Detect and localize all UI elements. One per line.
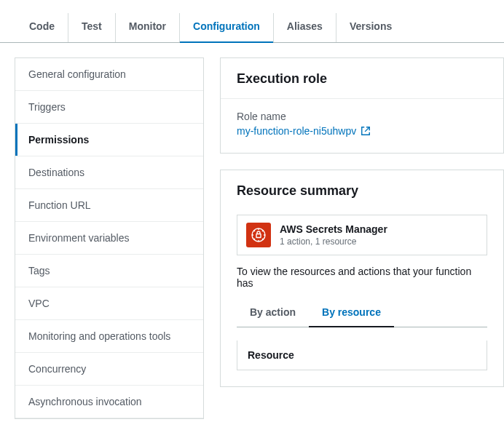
sidebar-item-label: Function URL [28,199,91,211]
sidebar-item-environment-variables[interactable]: Environment variables [15,222,203,255]
sidebar-item-label: VPC [28,298,50,309]
tab-aliases[interactable]: Aliases [274,13,336,42]
tab-label: Aliases [287,20,323,32]
execution-role-title: Execution role [221,58,503,98]
resource-summary-panel: Resource summary [220,170,504,387]
sidebar-item-function-url[interactable]: Function URL [15,189,203,222]
sidebar-item-vpc[interactable]: VPC [15,287,203,320]
tab-label: Code [29,20,55,32]
resource-summary-title: Resource summary [221,170,503,210]
role-name-link[interactable]: my-function-role-ni5uhwpv [237,125,487,137]
sub-tab-label: By resource [322,306,381,318]
tab-monitor[interactable]: Monitor [116,13,180,42]
sub-tab-by-action[interactable]: By action [237,299,309,327]
content-area: Execution role Role name my-function-rol… [204,57,504,419]
sidebar-item-label: General configuration [28,68,126,80]
svg-rect-1 [256,234,261,238]
sidebar-item-label: Concurrency [28,363,86,375]
tab-code[interactable]: Code [15,13,68,42]
sidebar-item-label: Monitoring and operations tools [28,330,170,342]
sidebar-item-destinations[interactable]: Destinations [15,156,203,189]
sidebar-item-asynchronous-invocation[interactable]: Asynchronous invocation [15,386,203,418]
external-link-icon [361,126,371,136]
sidebar-item-permissions[interactable]: Permissions [15,124,203,156]
service-meta: 1 action, 1 resource [280,236,387,247]
tab-configuration[interactable]: Configuration [180,13,274,42]
svg-line-8 [262,231,264,232]
role-link-text: my-function-role-ni5uhwpv [237,125,356,137]
resource-sub-tabs: By action By resource [237,299,487,327]
resource-summary-description: To view the resources and actions that y… [237,266,487,289]
sidebar-item-label: Asynchronous invocation [28,396,142,407]
sidebar-item-concurrency[interactable]: Concurrency [15,353,203,386]
tab-label: Versions [350,20,392,32]
main-area: General configuration Triggers Permissio… [0,43,504,419]
sub-tab-by-resource[interactable]: By resource [309,299,394,327]
svg-line-7 [262,239,264,240]
role-name-label: Role name [237,111,487,122]
sidebar-item-label: Permissions [28,134,89,146]
sidebar-item-general-configuration[interactable]: General configuration [15,58,203,91]
top-tabs: Code Test Monitor Configuration Aliases … [0,0,504,43]
sidebar-item-label: Triggers [28,101,66,113]
resource-table-header: Resource [237,341,487,370]
secrets-manager-icon [246,223,271,247]
tab-versions[interactable]: Versions [336,13,405,42]
tab-test[interactable]: Test [68,13,116,42]
execution-role-panel: Execution role Role name my-function-rol… [220,57,504,154]
sidebar-item-label: Tags [28,265,50,276]
tab-label: Test [82,20,102,32]
sub-tab-label: By action [250,306,296,318]
tab-label: Monitor [129,20,166,32]
service-card[interactable]: AWS Secrets Manager 1 action, 1 resource [237,215,487,255]
service-name: AWS Secrets Manager [280,223,387,235]
config-sidebar: General configuration Triggers Permissio… [15,57,204,419]
sidebar-item-triggers[interactable]: Triggers [15,91,203,124]
svg-line-6 [254,231,256,232]
svg-line-9 [254,239,256,240]
sidebar-item-monitoring-operations-tools[interactable]: Monitoring and operations tools [15,320,203,353]
sidebar-item-tags[interactable]: Tags [15,255,203,287]
tab-label: Configuration [193,20,260,32]
sidebar-item-label: Destinations [28,167,84,178]
sidebar-item-label: Environment variables [28,232,130,244]
